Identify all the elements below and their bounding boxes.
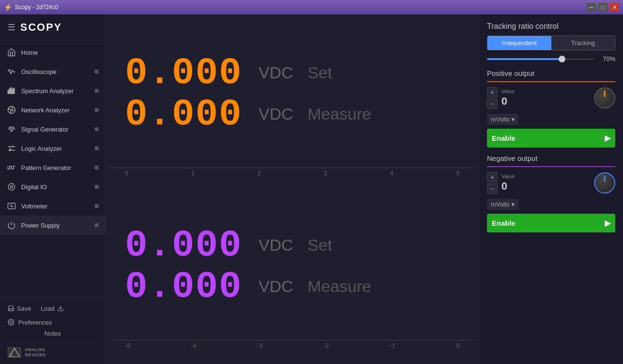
- save-button[interactable]: Save: [8, 305, 31, 312]
- sidebar-label-power: Power Supply: [21, 222, 95, 229]
- sidebar-item-voltmeter[interactable]: Voltmeter: [0, 196, 105, 216]
- svg-rect-4: [14, 88, 15, 94]
- spectrum-icon: [7, 86, 16, 96]
- negative-minus-button[interactable]: −: [487, 183, 498, 194]
- titlebar-title: Scopy - 2d724c0: [15, 4, 58, 11]
- positive-unit-chevron: ▾: [511, 116, 515, 123]
- negative-unit-chevron: ▾: [511, 201, 515, 208]
- tracking-slider[interactable]: [487, 58, 594, 60]
- negative-knob[interactable]: [594, 172, 615, 194]
- negative-enable-label: Enable: [492, 219, 515, 227]
- positive-vdc-display: 0.000 VDC Set 0.000 VDC Measure: [111, 19, 474, 168]
- save-label: Save: [17, 305, 31, 312]
- negative-measure-row: 0.000 VDC Measure: [125, 268, 460, 305]
- svg-rect-2: [11, 87, 12, 94]
- negative-unit-row: mVolts ▾: [487, 199, 615, 210]
- tracking-percent: 70%: [598, 55, 615, 62]
- svg-marker-14: [9, 348, 20, 357]
- negative-measure-label: Measure: [308, 277, 371, 296]
- svg-point-13: [10, 321, 12, 323]
- preferences-button[interactable]: Preferences: [8, 317, 98, 328]
- negative-set-unit: VDC: [259, 236, 293, 255]
- preferences-icon: [8, 319, 14, 326]
- negative-scale-ticks: -5 -4 -3 -2 -1 0: [111, 342, 474, 349]
- positive-measure-unit: VDC: [259, 105, 293, 123]
- negative-set-row: 0.000 VDC Set: [125, 227, 460, 264]
- titlebar-controls: ─ □ ✕: [586, 3, 619, 12]
- sidebar-label-signal: Signal Generator: [21, 126, 95, 133]
- positive-control-section: Positive output + − Value 0: [487, 69, 615, 147]
- positive-knob[interactable]: [594, 87, 615, 109]
- minimize-button[interactable]: ─: [586, 3, 596, 12]
- maximize-button[interactable]: □: [598, 3, 608, 12]
- negative-measure-value: 0.000: [125, 268, 242, 305]
- sidebar-label-pattern: Pattern Generator: [21, 164, 95, 171]
- negative-plus-button[interactable]: +: [487, 172, 498, 182]
- spectrum-dot: [95, 89, 99, 93]
- independent-toggle[interactable]: Independent: [487, 36, 551, 50]
- ad-logo-box: [8, 347, 21, 358]
- negative-value-number: 0: [501, 180, 590, 193]
- notes-button[interactable]: Notes: [8, 328, 98, 339]
- close-button[interactable]: ✕: [610, 3, 619, 12]
- sidebar-label-digital: Digital IO: [21, 183, 95, 191]
- tick-1: 1: [191, 170, 195, 177]
- sidebar-label-voltmeter: Voltmeter: [21, 203, 95, 210]
- oscilloscope-dot: [95, 70, 99, 73]
- menu-icon[interactable]: ☰: [8, 22, 15, 33]
- positive-scale-bar: 0 1 2 3 4 5: [111, 168, 474, 187]
- positive-value-label: Value: [501, 88, 590, 94]
- sidebar-item-signal[interactable]: Signal Generator: [0, 120, 105, 139]
- analog-devices-logo: ANALOG DEVICES: [8, 343, 98, 358]
- oscilloscope-icon: [7, 67, 16, 76]
- svg-rect-1: [10, 89, 11, 94]
- negative-measure-unit: VDC: [259, 277, 293, 296]
- load-icon: [57, 305, 64, 312]
- svg-point-6: [12, 146, 12, 147]
- svg-point-8: [11, 186, 13, 188]
- positive-unit-select[interactable]: mVolts ▾: [487, 114, 519, 125]
- sidebar-item-oscilloscope[interactable]: Oscilloscope: [0, 62, 105, 81]
- digital-dot: [95, 185, 99, 189]
- positive-value-row: + − Value 0: [487, 87, 615, 109]
- negative-unit-select[interactable]: mVolts ▾: [487, 199, 519, 210]
- logic-dot: [95, 146, 99, 150]
- positive-plus-button[interactable]: +: [487, 87, 498, 97]
- negative-enable-button[interactable]: Enable ▶: [487, 214, 615, 232]
- tracking-toggle[interactable]: Tracking: [551, 36, 615, 50]
- tracking-slider-row: 70%: [487, 55, 615, 62]
- tick-3: 3: [324, 170, 327, 177]
- sidebar-label-spectrum: Spectrum Analyzer: [21, 87, 95, 95]
- ntick-0: 0: [456, 342, 460, 349]
- positive-minus-button[interactable]: −: [487, 98, 498, 109]
- sidebar-item-digital[interactable]: Digital IO: [0, 177, 105, 196]
- svg-rect-3: [12, 89, 13, 94]
- svg-point-7: [10, 150, 11, 151]
- negative-scale-bar: -5 -4 -3 -2 -1 0: [111, 340, 474, 359]
- pattern-dot: [95, 166, 99, 170]
- positive-knob-container: [594, 87, 615, 109]
- sidebar-label-logic: Logic Analyzer: [21, 145, 95, 152]
- sidebar-label-oscilloscope: Oscilloscope: [21, 68, 95, 75]
- ad-line2: DEVICES: [25, 352, 46, 358]
- positive-set-unit: VDC: [259, 63, 293, 82]
- positive-enable-arrow: ▶: [605, 133, 611, 143]
- positive-set-label: Set: [308, 63, 332, 82]
- digital-icon: [7, 182, 16, 192]
- positive-enable-button[interactable]: Enable ▶: [487, 129, 615, 147]
- sidebar-item-network[interactable]: Network Analyzer: [0, 100, 105, 120]
- sidebar-item-pattern[interactable]: Pattern Generator: [0, 158, 105, 177]
- positive-output-control: + − Value 0 mVolts ▾: [487, 87, 615, 147]
- sidebar-item-logic[interactable]: Logic Analyzer: [0, 139, 105, 158]
- power-dot: [95, 223, 99, 227]
- load-button[interactable]: Load: [41, 305, 64, 312]
- sidebar-item-home[interactable]: Home: [0, 43, 105, 62]
- sidebar-item-power[interactable]: Power Supply: [0, 216, 105, 235]
- positive-scale-ticks: 0 1 2 3 4 5: [111, 170, 474, 177]
- sidebar-item-spectrum[interactable]: Spectrum Analyzer: [0, 81, 105, 100]
- negative-control-section: Negative output + − Value 0: [487, 154, 615, 232]
- power-supply-area: 0.000 VDC Set 0.000 VDC Measure 0 1 2: [106, 14, 479, 364]
- ntick-3: -3: [258, 342, 263, 349]
- app-logo: SCOPY: [20, 21, 62, 34]
- titlebar: ⚡ Scopy - 2d724c0 ─ □ ✕: [0, 0, 623, 14]
